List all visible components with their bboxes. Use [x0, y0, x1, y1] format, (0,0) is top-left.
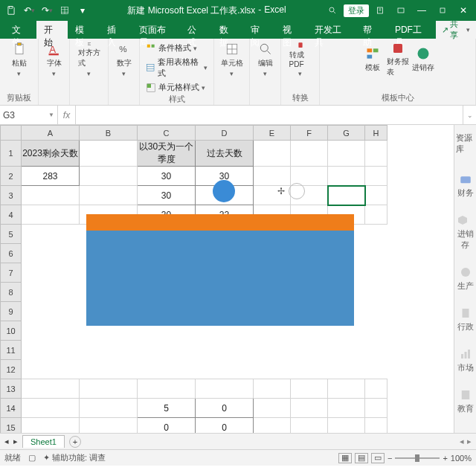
tab-formula[interactable]: 公式 [180, 21, 212, 39]
side-item[interactable]: 财务 [457, 171, 474, 199]
cell[interactable]: 30 [138, 167, 196, 186]
col-header[interactable]: C [138, 126, 196, 141]
group-styles: 条件格式▾ 套用表格格式▾ 单元格样式▾ 样式 [140, 39, 214, 105]
tab-review[interactable]: 审阅 [243, 21, 275, 39]
redo-icon[interactable]: ↷▾ [39, 3, 55, 18]
group-number: %数字▾ [109, 39, 140, 105]
tab-home[interactable]: 开始 [36, 21, 68, 39]
tab-view[interactable]: 视图 [275, 21, 307, 39]
cell-style-button[interactable]: 单元格样式▾ [144, 81, 209, 94]
tab-nav-icon[interactable]: ▸ [13, 437, 18, 446]
tab-pdf[interactable]: PDF工具 [387, 21, 436, 39]
svg-rect-12 [152, 44, 155, 47]
table-format-button[interactable]: 套用表格格式▾ [144, 56, 209, 80]
group-templates: 模板 财务报表 进销存 模板中心 [320, 39, 476, 105]
select-all-corner[interactable] [1, 126, 22, 141]
sheet-tab[interactable]: Sheet1 [22, 435, 65, 448]
cell[interactable]: 5 [138, 399, 196, 418]
group-clipboard: 粘贴▾ 剪贴板 [0, 39, 39, 105]
wallet-icon [457, 171, 474, 187]
new-sheet-button[interactable]: + [69, 436, 81, 448]
minimize-icon[interactable]: — [412, 3, 431, 18]
ribbon-options-icon[interactable] [391, 3, 411, 18]
cell[interactable]: 30 [138, 186, 196, 205]
cell[interactable]: 过去天数 [196, 141, 254, 167]
status-ready: 就绪 [4, 452, 21, 463]
macro-icon[interactable]: ▢ [28, 453, 36, 463]
col-header[interactable]: A [22, 126, 80, 141]
cell[interactable]: 以30天为一个季度 [138, 141, 196, 167]
side-item[interactable]: 行政 [457, 305, 474, 332]
tab-data[interactable]: 数据 [212, 21, 244, 39]
box-icon [454, 212, 471, 228]
col-header[interactable]: F [291, 126, 328, 141]
cell[interactable]: 0 [138, 418, 196, 434]
mode-icon[interactable] [370, 3, 390, 18]
col-header[interactable]: H [365, 126, 387, 141]
tab-file[interactable]: 文件 [4, 21, 36, 39]
zoom-control[interactable]: −+ 100% [387, 454, 472, 463]
cond-format-button[interactable]: 条件格式▾ [144, 42, 209, 54]
paste-button[interactable]: 粘贴▾ [8, 42, 30, 77]
side-item[interactable]: 市场 [457, 346, 474, 373]
close-icon[interactable]: ✕ [454, 3, 473, 18]
side-item[interactable]: 教育 [457, 387, 474, 414]
view-layout-icon[interactable]: ▤ [355, 453, 368, 463]
svg-point-23 [417, 48, 428, 60]
cell[interactable]: 283 [22, 167, 80, 186]
col-header[interactable]: D [196, 126, 254, 141]
status-bar: 就绪 ▢ ✦ 辅助功能: 调查 ▦ ▤ ▭ −+ 100% [0, 449, 476, 466]
cell[interactable]: 0 [196, 399, 254, 418]
accessibility-status[interactable]: ✦ 辅助功能: 调查 [43, 452, 106, 463]
name-box[interactable]: G3▼ [0, 106, 58, 124]
col-header[interactable]: B [80, 126, 138, 141]
group-font: A字体▾ [39, 39, 70, 105]
tab-help[interactable]: 帮助 [356, 21, 387, 39]
col-header[interactable]: E [254, 126, 291, 141]
worksheet[interactable]: A B C D E F G H 1 2023剩余天数 以30天为一个季度 过去天… [0, 125, 454, 433]
zoom-level[interactable]: 100% [451, 454, 472, 463]
tab-insert[interactable]: 插入 [100, 21, 132, 39]
template-button[interactable]: 模板 [361, 42, 384, 77]
tab-dev[interactable]: 开发工具 [307, 21, 356, 39]
cell[interactable]: 0 [196, 418, 254, 434]
align-button[interactable]: 对齐方式▾ [78, 42, 100, 77]
table-icon[interactable] [57, 3, 73, 18]
svg-rect-18 [298, 42, 302, 48]
svg-rect-15 [147, 83, 151, 87]
number-button[interactable]: %数字▾ [113, 42, 135, 77]
finance-template-button[interactable]: 财务报表 [387, 42, 409, 77]
undo-icon[interactable]: ↶▾ [21, 3, 37, 18]
chart-series-orange [86, 214, 354, 231]
view-break-icon[interactable]: ▭ [371, 453, 385, 463]
login-button[interactable]: 登录 [344, 4, 369, 17]
save-icon[interactable] [3, 3, 19, 18]
view-normal-icon[interactable]: ▦ [338, 453, 352, 463]
sales-template-button[interactable]: 进销存 [412, 42, 434, 77]
tab-template[interactable]: 模板 [68, 21, 100, 39]
convert-pdf-button[interactable]: 转成PDF▾ [289, 42, 312, 77]
side-item[interactable]: 进销存 [454, 212, 476, 251]
side-item[interactable]: 生产 [457, 264, 474, 292]
tab-layout[interactable]: 页面布局 [132, 21, 180, 39]
svg-text:%: % [119, 44, 126, 54]
qat-dropdown-icon[interactable]: ▾ [74, 3, 91, 18]
svg-rect-4 [398, 8, 404, 13]
search-icon[interactable] [323, 3, 342, 18]
row-header[interactable]: 1 [1, 141, 22, 167]
chart-object[interactable] [86, 214, 354, 357]
formula-input[interactable] [76, 106, 463, 124]
cells-button[interactable]: 单元格▾ [221, 42, 243, 77]
expand-formula-icon[interactable]: ⌄ [463, 106, 476, 124]
cell[interactable]: 2023剩余天数 [22, 141, 80, 167]
tab-nav-icon[interactable]: ◂ [4, 437, 9, 446]
selected-cell[interactable] [328, 186, 365, 205]
fx-button[interactable]: fx [58, 106, 76, 124]
svg-text:A: A [49, 44, 56, 55]
edit-button[interactable]: 编辑▾ [254, 42, 277, 77]
maximize-icon[interactable] [433, 3, 452, 18]
font-button[interactable]: A字体▾ [43, 42, 65, 77]
col-header[interactable]: G [328, 126, 365, 141]
share-button[interactable]: ↗ 共享 ▾ [436, 21, 476, 39]
group-label: 剪贴板 [7, 92, 31, 103]
